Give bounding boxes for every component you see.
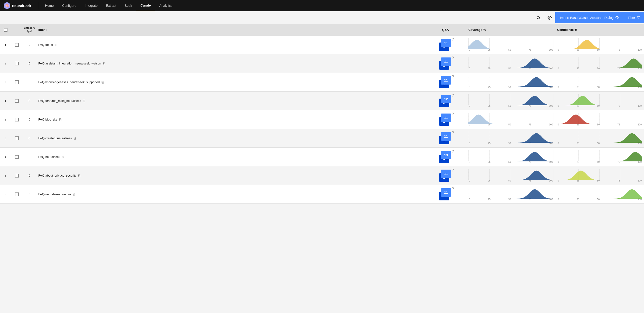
filter-button[interactable]: Filter [624, 12, 644, 23]
import-button[interactable]: Import Base Watson Assistant Dialog [555, 12, 624, 23]
expand-button-9[interactable]: › [4, 191, 7, 198]
expand-button-1[interactable]: › [4, 42, 7, 48]
row-qa-2: 11 1 ? [424, 56, 466, 72]
brand-icon: 🧠 [4, 2, 10, 9]
qa-top-bubble-1: 11 [441, 39, 451, 47]
coverage-chart-5 [468, 113, 554, 123]
row-checkbox-8[interactable] [15, 174, 19, 178]
qa-question-icon-8: ? [452, 168, 454, 172]
row-coverage-6: 0255075100 [466, 131, 555, 146]
row-qa-4: 12 2 ? [424, 93, 466, 109]
qa-top-bubble-4: 12 [441, 95, 451, 103]
confidence-chart-7 [557, 150, 642, 161]
expand-button-8[interactable]: › [4, 172, 7, 179]
expand-button-5[interactable]: › [4, 116, 7, 123]
qa-question-icon-2: ? [452, 56, 454, 60]
settings-button[interactable] [544, 12, 555, 23]
row-qa-7: 13 4 ? [424, 149, 466, 165]
row-checkbox-3[interactable] [15, 80, 19, 84]
copy-icon-9[interactable]: ⎘ [73, 192, 75, 196]
table-row: › 0 FAQ-assistant_integration_neuralseek… [0, 54, 644, 73]
row-count-5: 0 [22, 116, 36, 123]
table-row: › 0 FAQ-neuralseek_secure ⎘ 11 1 ? 02550… [0, 185, 644, 204]
row-intent-5: FAQ-blue_sky ⎘ [36, 116, 424, 123]
row-qa-6: 11 1 ? [424, 130, 466, 146]
filter-label: Filter [628, 16, 635, 20]
expand-button-3[interactable]: › [4, 79, 7, 85]
row-checkbox-7[interactable] [15, 155, 19, 159]
row-expand-6: › [0, 134, 11, 143]
search-button[interactable] [533, 12, 544, 23]
row-checkbox-4[interactable] [15, 99, 19, 103]
copy-icon-3[interactable]: ⎘ [102, 80, 104, 84]
copy-icon-7[interactable]: ⎘ [62, 155, 64, 159]
row-coverage-7: 0255075100 [466, 150, 555, 164]
row-checkbox-cell-1 [11, 41, 22, 48]
row-intent-6: FAQ-created_neuralseek ⎘ [36, 134, 424, 142]
expand-button-4[interactable]: › [4, 98, 7, 104]
table-row: › 0 FAQ-about_privacy_security ⎘ 11 1 ? … [0, 166, 644, 185]
row-expand-8: › [0, 171, 11, 180]
top-navigation: 🧠 NeuralSeek Home Configure Integrate Ex… [0, 0, 644, 11]
nav-analytics[interactable]: Analytics [155, 0, 176, 11]
intent-name-1: FAQ-demo ⎘ [38, 43, 57, 47]
intent-name-5: FAQ-blue_sky ⎘ [38, 118, 61, 122]
row-checkbox-1[interactable] [15, 43, 19, 47]
copy-icon-8[interactable]: ⎘ [78, 174, 80, 178]
nav-home[interactable]: Home [41, 0, 58, 11]
count-value-4: 0 [28, 99, 30, 102]
qa-top-bubble-5: 11 [441, 114, 451, 122]
row-expand-1: › [0, 40, 11, 50]
row-confidence-8: 0255075100 [555, 168, 644, 183]
count-value-3: 0 [28, 80, 30, 84]
row-checkbox-5[interactable] [15, 118, 19, 122]
count-value-1: 0 [28, 43, 30, 46]
coverage-chart-4 [468, 94, 554, 105]
row-checkbox-9[interactable] [15, 192, 19, 196]
copy-icon-5[interactable]: ⎘ [59, 118, 61, 122]
row-coverage-2: 0255075100 [466, 56, 555, 71]
table-body: › 0 FAQ-demo ⎘ 11 1 ? 0255075100 [0, 36, 644, 204]
row-count-9: 0 [22, 190, 36, 198]
nav-seek[interactable]: Seek [120, 0, 136, 11]
nav-separator [39, 2, 39, 9]
intent-name-2: FAQ-assistant_integration_neuralseek_wat… [38, 62, 105, 66]
expand-button-7[interactable]: › [4, 154, 7, 160]
nav-links: Home Configure Integrate Extract Seek Cu… [41, 0, 640, 11]
row-count-6: 0 [22, 134, 36, 142]
row-confidence-4: 0255075100 [555, 94, 644, 108]
nav-integrate[interactable]: Integrate [80, 0, 102, 11]
expand-button-2[interactable]: › [4, 60, 7, 66]
row-checkbox-cell-7 [11, 153, 22, 161]
nav-curate[interactable]: Curate [136, 0, 155, 11]
coverage-chart-1 [468, 38, 554, 48]
row-intent-2: FAQ-assistant_integration_neuralseek_wat… [36, 60, 424, 67]
qa-bubbles-8: 11 1 ? [439, 170, 452, 182]
copy-icon-2[interactable]: ⎘ [103, 62, 105, 66]
row-expand-7: › [0, 152, 11, 162]
copy-icon-4[interactable]: ⎘ [83, 99, 85, 103]
row-checkbox-6[interactable] [15, 136, 19, 140]
table-row: › 0 FAQ-created_neuralseek ⎘ 11 1 ? 0255… [0, 129, 644, 148]
table-header: Category Intent Q&A Coverage % Confidenc… [0, 24, 644, 36]
qa-bubbles-9: 11 1 ? [439, 188, 452, 200]
row-count-8: 0 [22, 172, 36, 179]
confidence-chart-8 [557, 169, 642, 180]
row-checkbox-cell-9 [11, 190, 22, 198]
nav-configure[interactable]: Configure [58, 0, 80, 11]
expand-button-6[interactable]: › [4, 135, 7, 141]
row-checkbox-2[interactable] [15, 62, 19, 66]
intent-name-3: FAQ-knowledgebases_neuralseek_supported … [38, 80, 104, 84]
qa-question-icon-7: ? [452, 150, 454, 154]
qa-top-bubble-6: 11 [441, 132, 451, 140]
row-expand-4: › [0, 96, 11, 106]
row-intent-4: FAQ-features_main_neuralseek ⎘ [36, 97, 424, 105]
row-intent-3: FAQ-knowledgebases_neuralseek_supported … [36, 78, 424, 86]
select-all-checkbox[interactable] [4, 28, 8, 32]
svg-point-0 [537, 16, 540, 19]
nav-extract[interactable]: Extract [102, 0, 120, 11]
svg-line-1 [539, 18, 540, 20]
th-coverage: Coverage % [466, 26, 555, 34]
copy-icon-1[interactable]: ⎘ [55, 43, 57, 47]
copy-icon-6[interactable]: ⎘ [74, 136, 76, 140]
